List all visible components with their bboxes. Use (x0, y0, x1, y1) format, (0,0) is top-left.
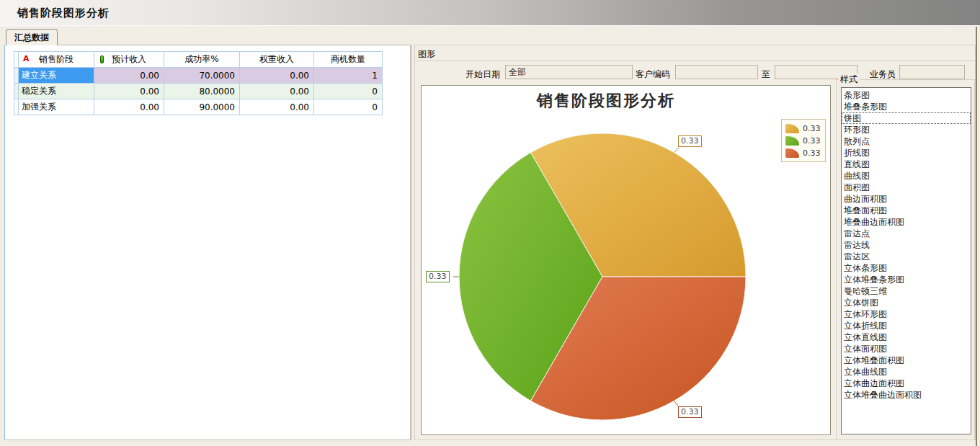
page-title: 销售阶段图形分析 (17, 6, 110, 20)
table-row[interactable]: 建立关系0.0070.00000.001 (14, 68, 383, 84)
style-option[interactable]: 曲边面积图 (842, 193, 971, 205)
slice-label-1: 0.33 (426, 271, 450, 282)
style-option[interactable]: 立体直线图 (842, 331, 971, 343)
style-option[interactable]: 立体面积图 (842, 343, 971, 354)
table-row[interactable]: 稳定关系0.0080.00000.000 (14, 84, 383, 99)
style-option[interactable]: 曲线图 (842, 170, 971, 182)
start-date-input[interactable] (505, 65, 633, 79)
styles-panel: 样式 条形图堆叠条形图饼图环形图散列点折线图直线图曲线图面积图曲边面积图堆叠面积… (836, 79, 975, 440)
start-date-label: 开始日期 (466, 68, 500, 81)
style-option[interactable]: 散列点 (842, 135, 971, 147)
style-option[interactable]: 堆叠面积图 (842, 205, 971, 216)
column-header[interactable]: A销售阶段 (19, 52, 94, 68)
style-option[interactable]: 折线图 (842, 147, 971, 159)
style-option[interactable]: 立体曲线图 (842, 366, 971, 378)
style-option[interactable]: 立体曲边面积图 (842, 378, 971, 389)
column-header[interactable]: 成功率% (164, 52, 240, 68)
salesperson-input[interactable] (899, 65, 965, 79)
style-option[interactable]: 曼哈顿三维 (842, 285, 971, 297)
sort-a-icon: A (23, 54, 30, 63)
column-header[interactable]: 预计收入 (94, 52, 164, 68)
style-option[interactable]: 饼图 (842, 112, 971, 124)
table-header-row: A销售阶段预计收入成功率%权重收入商机数量 (14, 52, 383, 68)
window-frame-edge (976, 27, 977, 446)
legend-swatch-icon (785, 136, 799, 146)
style-option[interactable]: 条形图 (842, 89, 971, 101)
column-header[interactable]: 商机数量 (314, 52, 383, 68)
table-row[interactable]: 加强关系0.0090.00000.000 (14, 99, 383, 115)
graph-panel-header: 图形 (415, 45, 975, 61)
legend-swatch-icon (785, 148, 799, 158)
window-title-bar: 销售阶段图形分析 (0, 0, 980, 26)
summary-table-panel: A销售阶段预计收入成功率%权重收入商机数量建立关系0.0070.00000.00… (4, 45, 411, 440)
column-header[interactable]: 权重收入 (240, 52, 314, 68)
style-option[interactable]: 雷达区 (842, 251, 971, 262)
summary-table: A销售阶段预计收入成功率%权重收入商机数量建立关系0.0070.00000.00… (14, 51, 383, 115)
pie-chart (422, 86, 832, 436)
pie-chart-box: 销售阶段图形分析 0.33 0.33 0.33 0.33 0.33 0.33 (421, 85, 831, 435)
to-label: 至 (762, 68, 770, 81)
tab-summary-data[interactable]: 汇总数据 (6, 29, 58, 45)
style-option[interactable]: 立体环形图 (842, 308, 971, 320)
styles-panel-title: 样式 (838, 73, 860, 86)
style-option[interactable]: 环形图 (842, 124, 971, 135)
label-connector (674, 148, 680, 153)
style-option[interactable]: 立体堆叠面积图 (842, 354, 971, 366)
style-option[interactable]: 立体堆叠曲边面积图 (842, 389, 971, 401)
slice-label-0: 0.33 (678, 135, 702, 147)
style-option[interactable]: 直线图 (842, 159, 971, 170)
style-option[interactable]: 立体饼图 (842, 297, 971, 308)
legend-item: 0.33 (785, 135, 821, 147)
legend-item: 0.33 (785, 122, 821, 135)
panel-splitter[interactable] (411, 45, 412, 440)
chart-legend: 0.33 0.33 0.33 (781, 119, 826, 162)
slice-label-2: 0.33 (678, 406, 702, 418)
legend-item: 0.33 (785, 147, 821, 159)
style-option[interactable]: 堆叠曲边面积图 (842, 216, 971, 228)
filter-icon (100, 55, 104, 63)
style-option[interactable]: 立体折线图 (842, 320, 971, 331)
legend-swatch-icon (785, 124, 799, 133)
style-list[interactable]: 条形图堆叠条形图饼图环形图散列点折线图直线图曲线图面积图曲边面积图堆叠面积图堆叠… (841, 87, 971, 434)
style-option[interactable]: 堆叠条形图 (842, 101, 971, 112)
style-option[interactable]: 雷达点 (842, 228, 971, 239)
style-option[interactable]: 雷达线 (842, 239, 971, 251)
style-option[interactable]: 立体条形图 (842, 262, 971, 274)
customer-code-from-input[interactable] (675, 65, 758, 79)
style-option[interactable]: 立体堆叠条形图 (842, 274, 971, 285)
tab-label: 汇总数据 (14, 32, 49, 43)
style-option[interactable]: 面积图 (842, 182, 971, 193)
customer-code-label: 客户编码 (636, 68, 670, 81)
graph-panel-title: 图形 (418, 48, 435, 61)
